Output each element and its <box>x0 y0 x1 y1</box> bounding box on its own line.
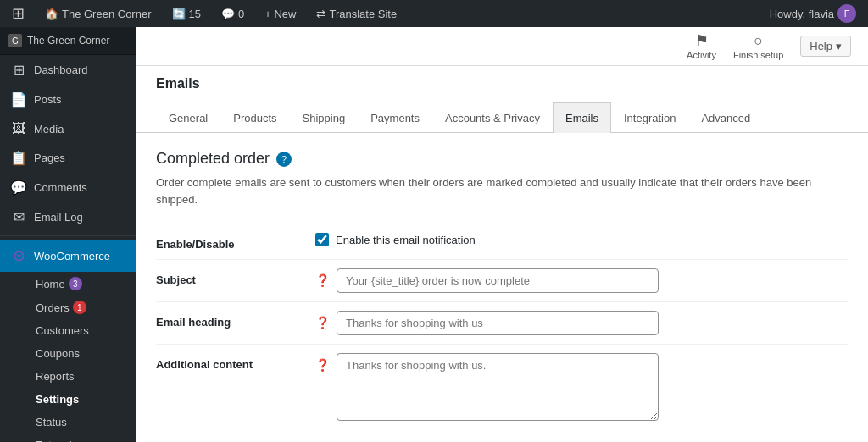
tab-accounts-privacy[interactable]: Accounts & Privacy <box>432 102 553 133</box>
home-sub-label: Home <box>36 278 65 290</box>
tab-products[interactable]: Products <box>220 102 289 133</box>
field-subject: Subject ❓ <box>156 260 848 301</box>
tab-integration[interactable]: Integration <box>611 102 688 133</box>
settings-sub-label: Settings <box>36 393 79 406</box>
sidebar-item-label: Media <box>34 123 64 135</box>
howdy-text: Howdy, flavia <box>770 8 834 20</box>
media-icon: 🖼 <box>10 121 27 136</box>
activity-label: Activity <box>687 50 716 60</box>
howdy-user[interactable]: Howdy, flavia F <box>765 0 861 27</box>
field-additional-content: Additional content ❓ <box>156 345 848 432</box>
extensions-sub-label: Extensions <box>36 439 90 442</box>
sidebar-item-label: WooCommerce <box>34 250 110 262</box>
email-log-icon: ✉ <box>10 209 27 225</box>
comments-icon: 💬 <box>221 8 235 20</box>
sidebar-sub-coupons[interactable]: Coupons <box>0 342 136 365</box>
additional-content-textarea[interactable] <box>337 353 659 421</box>
sidebar-item-pages[interactable]: 📋 Pages <box>0 143 136 173</box>
subject-label: Subject <box>156 268 309 286</box>
form-area: Completed order ? Order complete emails … <box>136 133 868 442</box>
updates-button[interactable]: 🔄 15 <box>167 0 206 27</box>
tab-advanced[interactable]: Advanced <box>688 102 763 133</box>
comments-menu-icon: 💬 <box>10 180 27 196</box>
help-button[interactable]: Help ▾ <box>800 36 851 57</box>
site-name-text: The Green Corner <box>62 8 152 20</box>
subject-help-icon[interactable]: ❓ <box>315 273 330 287</box>
customers-sub-label: Customers <box>36 324 89 337</box>
sidebar: G The Green Corner ⊞ Dashboard 📄 Posts 🖼… <box>0 27 136 442</box>
additional-content-help-icon[interactable]: ❓ <box>315 358 330 372</box>
settings-tabs: General Products Shipping Payments Accou… <box>136 102 868 133</box>
site-name-link[interactable]: 🏠 The Green Corner <box>40 0 157 27</box>
translate-site-button[interactable]: ⇄ Translate Site <box>311 0 402 27</box>
new-content-button[interactable]: + New <box>259 0 301 27</box>
home-badge: 3 <box>69 277 82 290</box>
woocommerce-icon: ⊛ <box>10 246 27 265</box>
translate-icon: ⇄ <box>316 8 326 20</box>
enable-disable-label: Enable/Disable <box>156 233 309 251</box>
new-content-label: + New <box>264 8 296 20</box>
dashboard-icon: ⊞ <box>10 62 27 78</box>
sidebar-sub-customers[interactable]: Customers <box>0 319 136 342</box>
sidebar-item-woocommerce[interactable]: ⊛ WooCommerce <box>0 240 136 272</box>
orders-badge: 1 <box>73 301 86 314</box>
enable-disable-content: Enable this email notification <box>315 233 848 246</box>
finish-setup-label: Finish setup <box>733 50 783 60</box>
sidebar-item-label: Dashboard <box>34 64 88 76</box>
enable-notification-checkbox[interactable] <box>315 233 329 246</box>
finish-setup-button[interactable]: ○ Finish setup <box>733 33 783 60</box>
section-info-icon[interactable]: ? <box>276 152 292 167</box>
sidebar-sub-reports[interactable]: Reports <box>0 365 136 388</box>
sidebar-item-label: Posts <box>34 93 62 106</box>
sidebar-sub-orders[interactable]: Orders 1 <box>0 296 136 319</box>
wp-logo-icon: ⊞ <box>12 4 25 23</box>
coupons-sub-label: Coupons <box>36 347 80 360</box>
tab-shipping[interactable]: Shipping <box>290 102 359 133</box>
tab-payments[interactable]: Payments <box>358 102 432 133</box>
activity-button[interactable]: ⚑ Activity <box>687 33 716 60</box>
section-title: Completed order ? <box>156 150 848 168</box>
sidebar-sub-home[interactable]: Home 3 <box>0 272 136 296</box>
sidebar-item-comments[interactable]: 💬 Comments <box>0 173 136 202</box>
main-topbar: ⚑ Activity ○ Finish setup Help ▾ <box>136 27 868 66</box>
translate-label: Translate Site <box>329 8 397 20</box>
help-chevron-icon: ▾ <box>836 40 842 52</box>
subject-content <box>337 268 848 293</box>
sidebar-sub-status[interactable]: Status <box>0 411 136 434</box>
subject-input[interactable] <box>337 268 659 293</box>
sidebar-item-posts[interactable]: 📄 Posts <box>0 85 136 114</box>
sidebar-item-label: Comments <box>34 181 87 194</box>
enable-notification-label: Enable this email notification <box>336 234 476 246</box>
email-heading-input[interactable] <box>337 311 659 335</box>
sidebar-site-name[interactable]: G The Green Corner <box>0 27 136 55</box>
finish-setup-icon: ○ <box>754 33 763 48</box>
section-description: Order complete emails are sent to custom… <box>156 174 848 207</box>
additional-content-content <box>337 353 848 423</box>
sidebar-item-email-log[interactable]: ✉ Email Log <box>0 202 136 232</box>
sidebar-site-label: The Green Corner <box>27 35 109 47</box>
main-content: ⚑ Activity ○ Finish setup Help ▾ Emails <box>136 27 868 442</box>
field-email-heading: Email heading ❓ <box>156 302 848 344</box>
sidebar-sub-settings[interactable]: Settings <box>0 388 136 411</box>
orders-sub-label: Orders <box>36 301 70 314</box>
sidebar-item-label: Pages <box>34 152 65 164</box>
tab-emails[interactable]: Emails <box>553 102 611 133</box>
email-heading-content <box>337 311 848 335</box>
admin-bar: ⊞ 🏠 The Green Corner 🔄 15 💬 0 + New ⇄ Tr… <box>0 0 868 27</box>
reports-sub-label: Reports <box>36 370 75 383</box>
updates-icon: 🔄 <box>172 8 186 20</box>
sidebar-item-media[interactable]: 🖼 Media <box>0 114 136 143</box>
tab-general[interactable]: General <box>156 102 220 133</box>
page-content: Emails General Products Shipping Payment… <box>136 66 868 442</box>
posts-icon: 📄 <box>10 91 27 108</box>
avatar: F <box>837 4 856 23</box>
sidebar-divider <box>0 235 136 236</box>
comments-button[interactable]: 💬 0 <box>216 0 249 27</box>
wp-logo-button[interactable]: ⊞ <box>7 0 30 27</box>
pages-icon: 📋 <box>10 150 27 166</box>
sidebar-item-dashboard[interactable]: ⊞ Dashboard <box>0 55 136 85</box>
field-enable-disable: Enable/Disable Enable this email notific… <box>156 224 848 259</box>
sidebar-sub-extensions[interactable]: Extensions <box>0 434 136 442</box>
sidebar-item-label: Email Log <box>34 211 83 224</box>
email-heading-help-icon[interactable]: ❓ <box>315 316 330 329</box>
